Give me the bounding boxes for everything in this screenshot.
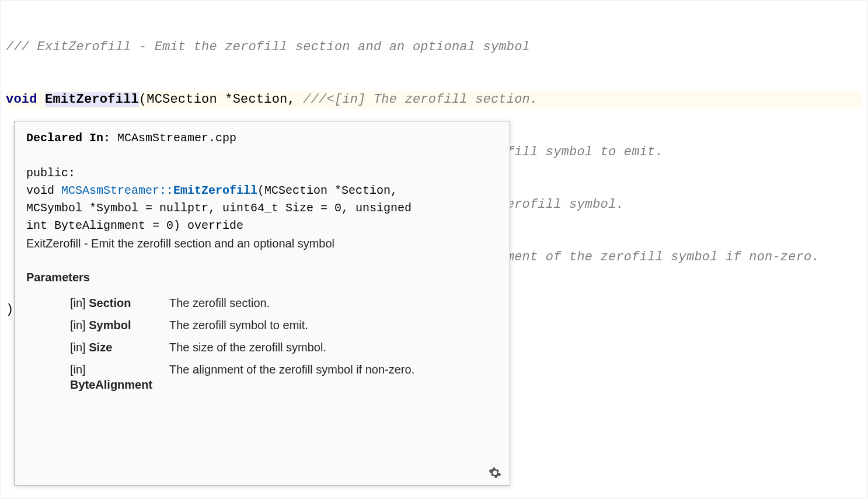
param-direction: [in] xyxy=(70,319,86,331)
code-comment: ///<[in] The zerofill section. xyxy=(303,92,538,107)
documentation-tooltip: Declared In: MCAsmStreamer.cpp public: v… xyxy=(14,121,510,486)
editor-frame: /// ExitZerofill - Emit the zerofill sec… xyxy=(1,1,867,498)
param-desc-cell: The alignment of the zerofill symbol if … xyxy=(169,358,498,396)
declared-in-file: MCAsmStreamer.cpp xyxy=(110,131,236,145)
signature-line: void MCSAsmStreamer::EmitZerofill(MCSect… xyxy=(26,182,498,200)
param-desc-cell: The size of the zerofill symbol. xyxy=(169,336,498,358)
sig-void: void xyxy=(26,184,61,197)
param-direction: [in] xyxy=(70,341,86,354)
declared-in-label: Declared In: xyxy=(26,131,110,145)
signature-public: public: xyxy=(26,165,498,182)
param-direction: [in] xyxy=(70,363,86,376)
param-name: Section xyxy=(89,296,131,309)
keyword-void: void xyxy=(6,92,37,107)
sig-function-name: EmitZerofill xyxy=(173,184,257,197)
function-name[interactable]: EmitZerofill xyxy=(45,92,139,107)
blank-line xyxy=(26,147,498,165)
table-row: [in] Size The size of the zerofill symbo… xyxy=(26,336,498,358)
sig-class: MCSAsmStreamer:: xyxy=(61,184,173,197)
param-desc-cell: The zerofill section. xyxy=(169,292,498,314)
signature-line: int ByteAlignment = 0) override xyxy=(26,217,498,235)
function-description: ExitZerofill - Emit the zerofill section… xyxy=(26,235,498,252)
sig-params-start: (MCSection *Section, xyxy=(257,184,398,197)
param-direction: [in] xyxy=(70,296,86,309)
param-name: Symbol xyxy=(89,319,131,331)
code-highlighted-line: void EmitZerofill(MCSection *Section, //… xyxy=(6,91,862,109)
space xyxy=(37,92,45,107)
param-name: Size xyxy=(89,341,112,354)
param-name-cell: [in] Size xyxy=(26,336,169,358)
code-text: (MCSection *Section, xyxy=(139,92,303,107)
signature-qualified-name: MCSAsmStreamer::EmitZerofill xyxy=(61,184,257,197)
signature-line: MCSymbol *Symbol = nullptr, uint64_t Siz… xyxy=(26,200,498,217)
param-desc-cell: The zerofill symbol to emit. xyxy=(169,314,498,336)
param-name-cell: [in] ByteAlignment xyxy=(26,358,169,396)
parameters-heading: Parameters xyxy=(26,268,498,286)
declared-in-line: Declared In: MCAsmStreamer.cpp xyxy=(26,130,498,147)
param-name-cell: [in] Section xyxy=(26,292,169,314)
gear-icon[interactable] xyxy=(489,466,501,479)
param-name: ByteAlignment xyxy=(70,378,152,391)
table-row: [in] Section The zerofill section. xyxy=(26,292,498,314)
code-comment: /// ExitZerofill - Emit the zerofill sec… xyxy=(6,40,530,54)
table-row: [in] ByteAlignment The alignment of the … xyxy=(26,358,498,396)
param-name-cell: [in] Symbol xyxy=(26,314,169,336)
parameters-table: [in] Section The zerofill section. [in] … xyxy=(26,292,498,396)
table-row: [in] Symbol The zerofill symbol to emit. xyxy=(26,314,498,336)
